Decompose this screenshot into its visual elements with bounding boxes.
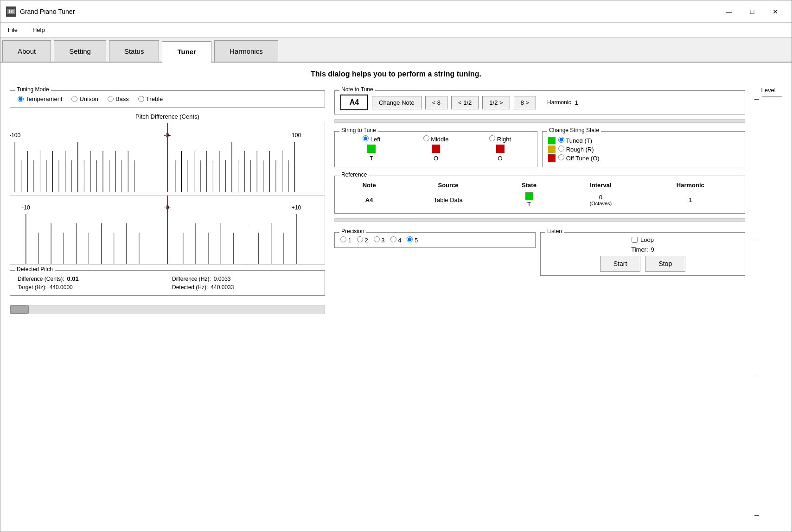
level-tick-mid: — [754,235,759,240]
difference-hz-row: Difference (Hz): 0.0033 [172,275,317,282]
svg-text:-10: -10 [22,204,30,211]
level-tick-bot: — [754,513,759,518]
string-right-state: O [469,155,531,162]
tab-harmonics[interactable]: Harmonics [214,40,278,62]
main-content: This dialog helps you to perform a strin… [0,63,792,532]
svg-text:+10: +10 [292,204,301,211]
minimize-button[interactable]: — [718,5,740,19]
ref-state-color [525,192,533,200]
maximize-button[interactable]: □ [741,5,763,19]
change-string-state-box: Change String State Tuned (T) [542,131,745,167]
state-rough-row: Rough (R) [548,146,739,153]
ref-interval: 0 (Octaves) [560,190,641,209]
tuning-mode-radios: Temperament Unison Bass Treble [18,95,163,102]
harmonic-value: 1 [575,99,578,106]
svg-text:-0-: -0- [164,204,171,211]
app-icon [6,6,16,17]
svg-rect-1 [9,10,10,13]
svg-text:+100: +100 [288,132,301,139]
ref-col-interval: Interval [560,180,641,190]
change-string-state-legend: Change String State [547,127,601,133]
close-button[interactable]: ✕ [765,5,786,19]
detected-pitch-legend: Detected Pitch [15,266,55,272]
loop-checkbox[interactable] [632,237,638,243]
difference-hz-label: Difference (Hz): [172,276,211,282]
precision-3-radio[interactable]: 3 [374,236,385,244]
radio-unison[interactable]: Unison [71,95,98,102]
separator-1 [334,119,745,123]
state-rough-radio[interactable]: Rough (R) [558,146,594,153]
radio-temperament[interactable]: Temperament [18,95,62,102]
string-right-radio[interactable]: Right [469,135,531,143]
title-bar-left: Grand Piano Tuner [6,6,75,17]
title-bar: Grand Piano Tuner — □ ✕ [0,0,792,23]
main-window: Grand Piano Tuner — □ ✕ File Help About … [0,0,792,532]
note-controls: A4 Change Note < 8 < 1/2 1/2 > 8 > Harmo… [340,95,739,110]
svg-text:-100: -100 [10,132,20,139]
pitch-difference-area: Pitch Difference (Cents) // Will be do [10,113,325,265]
harmonic-label: Harmonic [547,99,571,106]
tab-status[interactable]: Status [109,40,160,62]
loop-checkbox-label[interactable]: Loop [632,236,654,243]
pitch-display-narrow: -10 -0- +10 [10,195,325,265]
string-to-tune-legend: String to Tune [339,127,378,133]
listen-buttons: Start Stop [600,256,685,272]
tuning-mode-box: Tuning Mode Temperament Unison Bas [10,90,325,108]
reference-box: Reference Note Source State Interval Har… [334,176,745,214]
horizontal-scrollbar[interactable] [10,305,325,314]
tabs-bar: About Setting Status Tuner Harmonics [0,38,792,63]
detected-pitch-grid: Difference (Cents): 0.01 Difference (Hz)… [18,275,317,291]
listen-legend: Listen [545,228,564,234]
precision-5-radio[interactable]: 5 [407,236,418,244]
ref-note: A4 [340,190,398,209]
ref-harmonic: 1 [642,190,739,209]
level-bar-container [762,96,782,97]
state-offtune-radio[interactable]: Off Tune (O) [558,154,600,162]
content-grid: Tuning Mode Temperament Unison Bas [10,87,782,518]
string-left-radio[interactable]: Left [340,135,403,143]
radio-treble[interactable]: Treble [138,95,163,102]
level-ticks: — — — — [754,96,759,518]
menu-file[interactable]: File [4,25,21,35]
timer-row: Timer: 9 [631,246,654,253]
precision-2-radio[interactable]: 2 [357,236,368,244]
tab-setting[interactable]: Setting [54,40,106,62]
difference-cents-value: 0.01 [67,275,78,282]
lt-half-button[interactable]: < 1/2 [451,96,479,109]
precision-4-radio[interactable]: 4 [390,236,402,244]
ref-col-source: Source [398,180,498,190]
state-tuned-radio[interactable]: Tuned (T) [558,137,592,144]
change-note-button[interactable]: Change Note [372,96,422,109]
8gt-button[interactable]: 8 > [514,96,536,109]
string-middle-radio[interactable]: Middle [405,135,467,143]
tab-tuner[interactable]: Tuner [162,41,211,63]
string-middle-color [432,145,440,153]
reference-table: Note Source State Interval Harmonic A4 [340,180,739,209]
target-hz-value: 440.0000 [50,284,73,291]
stop-button[interactable]: Stop [645,256,685,272]
scrollbar-thumb[interactable] [10,305,29,314]
precision-box: Precision 1 2 [334,232,536,248]
lt8-button[interactable]: < 8 [425,96,447,109]
ref-table-row: A4 Table Data T [340,190,739,209]
radio-bass[interactable]: Bass [108,95,129,102]
start-button[interactable]: Start [600,256,641,272]
pitch-display-wide: // Will be done in CSS/inline [10,123,325,192]
half-gt-button[interactable]: 1/2 > [482,96,510,109]
reference-legend: Reference [339,171,369,178]
detected-hz-row: Detected (Hz): 440.0033 [172,284,317,291]
tuning-mode-legend: Tuning Mode [15,86,51,93]
ref-state-label: T [527,201,531,208]
difference-cents-label: Difference (Cents): [18,276,64,282]
left-panel: Tuning Mode Temperament Unison Bas [10,87,325,518]
string-state-row: String to Tune Left Middle [334,127,745,167]
string-left-color [367,145,376,153]
note-to-tune-legend: Note to Tune [339,86,375,93]
tab-about[interactable]: About [2,40,51,62]
state-options: Tuned (T) Rough (R) [548,137,739,162]
menu-help[interactable]: Help [29,25,49,35]
precision-1-radio[interactable]: 1 [340,236,351,244]
detected-pitch-box: Detected Pitch Difference (Cents): 0.01 … [10,270,325,296]
detected-hz-value: 440.0033 [211,284,234,291]
ref-state: T [498,190,560,209]
